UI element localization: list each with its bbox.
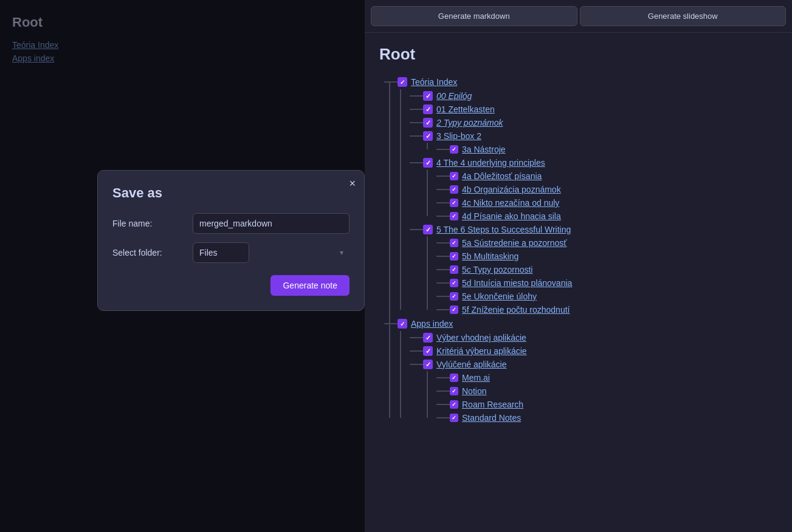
checkbox-3a-nastroje[interactable]: ✓ [450,145,458,154]
checkbox-vyber[interactable]: ✓ [423,333,433,343]
checkbox-5a[interactable]: ✓ [450,239,458,247]
select-folder-row: Select folder: Files Documents Downloads… [112,242,350,263]
h-connector [410,162,423,163]
tree-node-5f: ✓5f Zníženie počtu rozhodnutí [436,303,777,316]
tree-node-notion: ✓Notion [436,384,777,398]
checkbox-5d[interactable]: ✓ [450,279,458,287]
checkbox-4-the-4[interactable]: ✓ [423,158,433,168]
tree-node-4d: ✓4d Písanie ako hnacia sila [436,210,777,223]
tree-label-4c[interactable]: 4c Nikto nezačína od nuly [462,198,559,208]
gc-v-line [427,169,428,216]
file-name-input[interactable] [193,213,350,234]
h-connector [410,350,423,352]
checkbox-5f[interactable]: ✓ [450,305,458,314]
tree-node-5a: ✓5a Sústredenie a pozornosť [436,236,777,250]
checkbox-kriteria[interactable]: ✓ [423,346,433,356]
checkbox-apps-index[interactable]: ✓ [398,319,407,329]
checkbox-2-typy-poznamok[interactable]: ✓ [423,118,433,128]
tree-label-2-typy-poznamok[interactable]: 2 Typy poznámok [436,118,503,128]
tree-label-5d[interactable]: 5d Intuícia miesto plánovania [462,278,572,288]
h-connector [436,404,450,405]
h-connector [436,189,450,190]
toolbar: Generate markdown Generate slideshow [365,0,792,33]
generate-note-button[interactable]: Generate note [270,275,350,296]
folder-select[interactable]: Files Documents Downloads Desktop [193,242,249,263]
tree-node-memai: ✓Mem.ai [436,371,777,384]
checkbox-01-zettelkasten[interactable]: ✓ [423,104,433,114]
content-area: Root ✓Teória Index✓00 Epilóg✓01 Zettelka… [365,33,792,437]
checkbox-5e[interactable]: ✓ [450,292,458,301]
checkbox-3-slip-box-2[interactable]: ✓ [423,131,433,141]
h-connector [436,390,450,392]
h-connector [410,109,423,110]
h-connector [410,337,423,338]
generate-markdown-button[interactable]: Generate markdown [371,6,577,26]
checkbox-4b[interactable]: ✓ [450,185,458,194]
checkbox-4a[interactable]: ✓ [450,172,458,180]
main-content: Generate markdown Generate slideshow Roo… [365,0,792,532]
tree-label-5b[interactable]: 5b Multitasking [462,251,518,261]
checkbox-4c[interactable]: ✓ [450,199,458,207]
gc-v-line [427,143,428,149]
tree-label-5e[interactable]: 5e Ukončenie úlohy [462,292,537,301]
tree-label-teoria-index[interactable]: Teória Index [411,77,457,87]
checkbox-standard-notes[interactable]: ✓ [450,414,458,422]
modal-title: Save as [112,185,350,201]
tree-label-4d[interactable]: 4d Písanie ako hnacia sila [462,211,561,221]
tree-label-5c[interactable]: 5c Typy pozornosti [462,265,532,275]
tree-label-vylucene[interactable]: Vylúčené aplikácie [436,360,506,369]
checkbox-memai[interactable]: ✓ [450,373,458,382]
checkbox-5c[interactable]: ✓ [450,265,458,274]
tree-label-4-the-4[interactable]: 4 The 4 underlying principles [436,158,545,168]
tree-label-00-epilog[interactable]: 00 Epilóg [436,91,472,101]
tree-label-01-zettelkasten[interactable]: 01 Zettelkasten [436,104,495,114]
h-connector [384,323,398,324]
h-connector [436,377,450,378]
tree-label-notion[interactable]: Notion [462,386,486,396]
chevron-down-icon: ▾ [340,248,343,257]
tree-label-4b[interactable]: 4b Organizácia poznámok [462,185,561,194]
h-connector [410,229,423,230]
h-connector [436,176,450,177]
tree-label-standard-notes[interactable]: Standard Notes [462,413,521,423]
h-connector [436,417,450,418]
checkbox-5-the-6[interactable]: ✓ [423,225,433,234]
h-connector [410,122,423,123]
tree-label-apps-index[interactable]: Apps index [411,319,453,329]
checkbox-roam[interactable]: ✓ [450,400,458,409]
tree-node-5d: ✓5d Intuícia miesto plánovania [436,276,777,290]
h-connector [436,242,450,244]
save-as-modal: × Save as File name: Select folder: File… [97,170,365,311]
checkbox-4d[interactable]: ✓ [450,212,458,220]
tree-label-memai[interactable]: Mem.ai [462,373,490,383]
tree-node-4a: ✓4a Dôležitosť písania [436,169,777,183]
file-name-row: File name: [112,213,350,234]
h-connector [384,81,398,83]
checkbox-vylucene[interactable]: ✓ [423,360,433,369]
h-connector [436,256,450,257]
checkbox-notion[interactable]: ✓ [450,387,458,395]
tree-node-roam: ✓Roam Research [436,398,777,411]
tree-label-5-the-6[interactable]: 5 The 6 Steps to Successful Writing [436,225,571,234]
tree-label-5f[interactable]: 5f Zníženie počtu rozhodnutí [462,305,570,315]
tree-node-standard-notes: ✓Standard Notes [436,411,777,425]
tree-label-3-slip-box-2[interactable]: 3 Slip-box 2 [436,131,481,141]
close-button[interactable]: × [349,178,356,189]
h-connector [410,95,423,97]
child-v-line [400,331,401,418]
tree-label-kriteria[interactable]: Kritériá výberu aplikácie [436,346,527,356]
tree-label-5a[interactable]: 5a Sústredenie a pozornosť [462,238,567,248]
tree-label-3a-nastroje[interactable]: 3a Nástroje [462,145,506,154]
tree-label-4a[interactable]: 4a Dôležitosť písania [462,171,542,181]
h-connector [410,364,423,365]
tree-node-5e: ✓5e Ukončenie úlohy [436,290,777,303]
gc-v-line [427,236,428,310]
checkbox-teoria-index[interactable]: ✓ [398,77,407,87]
generate-slideshow-button[interactable]: Generate slideshow [580,6,787,26]
tree-label-vyber[interactable]: Výber vhodnej aplikácie [436,333,526,343]
checkbox-5b[interactable]: ✓ [450,252,458,261]
checkbox-00-epilog[interactable]: ✓ [423,91,433,101]
h-connector [436,149,450,150]
tree-label-roam[interactable]: Roam Research [462,400,523,409]
select-folder-label: Select folder: [112,248,185,257]
